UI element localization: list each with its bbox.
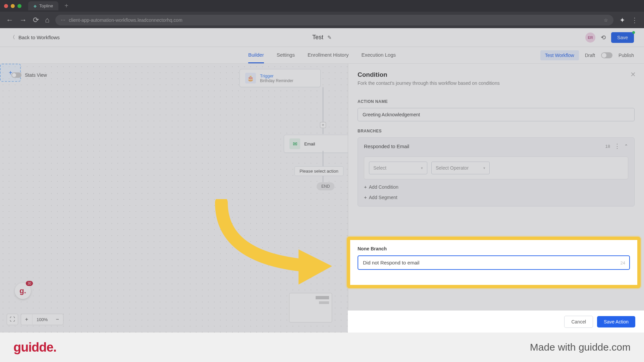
publish-toggle[interactable] — [601, 52, 612, 58]
back-label: Back to Workflows — [18, 35, 60, 40]
back-to-workflows-link[interactable]: 〈 Back to Workflows — [10, 34, 60, 41]
trigger-node[interactable]: 🎂 Trigger Birthday Reminder — [239, 69, 321, 87]
email-icon: ✉ — [289, 138, 300, 149]
workflow-title-wrap: Test ✎ — [312, 34, 332, 41]
action-name-label: ACTION NAME — [358, 99, 635, 104]
operator-select[interactable]: Select Operator ▾ — [431, 162, 490, 174]
panel-description: Fork the contact's journey through this … — [358, 80, 635, 86]
branches-label: BRANCHES — [358, 129, 635, 133]
traffic-lights — [4, 4, 21, 8]
tab-enrollment-history[interactable]: Enrollment History — [308, 47, 349, 63]
tab-favicon-icon: ◆ — [34, 4, 37, 8]
tab-execution-logs[interactable]: Execution Logs — [361, 47, 396, 63]
zoom-in-button[interactable]: + — [21, 314, 33, 325]
maximize-window-icon[interactable] — [17, 4, 21, 8]
add-segment-link[interactable]: + Add Segment — [364, 194, 628, 200]
add-condition-link[interactable]: + Add Condition — [364, 184, 628, 190]
save-button[interactable]: Save — [611, 32, 634, 43]
extensions-icon[interactable]: ✦ — [620, 16, 625, 24]
branch-menu-icon[interactable]: ⋮ — [614, 142, 620, 150]
branch-name[interactable]: Responded to Email — [364, 143, 601, 149]
condition-row: Select ▾ Select Operator ▾ — [364, 157, 628, 179]
close-panel-icon[interactable]: ✕ — [630, 70, 636, 78]
branch-char-count: 18 — [605, 144, 610, 149]
guidde-logo: guidde. — [13, 340, 56, 355]
reload-icon[interactable]: ⟳ — [33, 16, 39, 24]
chevron-down-icon: ▾ — [483, 166, 485, 170]
made-with-label: Made with guidde.com — [530, 342, 631, 353]
bookmark-star-icon[interactable]: ☆ — [604, 17, 608, 23]
tab-settings[interactable]: Settings — [277, 47, 295, 63]
collapse-branch-icon[interactable]: ⌃ — [624, 143, 628, 149]
back-icon[interactable]: ← — [6, 16, 13, 24]
avatar[interactable]: ER — [585, 33, 595, 43]
stats-label: Stats View — [25, 72, 47, 78]
history-icon[interactable]: ⟲ — [601, 34, 606, 41]
email-label: Email — [304, 141, 315, 146]
action-name-input[interactable] — [358, 108, 635, 121]
save-action-button[interactable]: Save Action — [597, 316, 635, 327]
home-icon[interactable]: ⌂ — [45, 16, 49, 24]
test-workflow-button[interactable]: Test Workflow — [540, 50, 579, 60]
guidde-footer: guidde. Made with guidde.com — [0, 333, 644, 362]
tabs-bar: Builder Settings Enrollment History Exec… — [0, 47, 644, 64]
site-lock-icon: ⋯ — [61, 17, 65, 23]
plus-icon: + — [364, 184, 367, 190]
select-action-prompt[interactable]: Please select action — [294, 166, 343, 176]
zoom-out-button[interactable]: − — [52, 314, 63, 325]
browser-tab-bar: ◆ Topline + — [0, 0, 644, 12]
app-header: 〈 Back to Workflows Test ✎ ER ⟲ Save — [0, 28, 644, 47]
branch-card: Responded to Email 18 ⋮ ⌃ Select ▾ Selec… — [358, 137, 635, 206]
trigger-subtitle: Birthday Reminder — [260, 78, 293, 83]
plus-icon: + — [364, 194, 367, 200]
zoom-percent: 100% — [33, 317, 52, 322]
end-node: END — [317, 182, 334, 190]
trigger-icon: 🎂 — [245, 73, 256, 83]
none-branch-label: None Branch — [358, 246, 630, 251]
fullscreen-icon[interactable]: ⛶ — [7, 314, 18, 325]
tab-title: Topline — [39, 3, 53, 8]
url-bar[interactable]: ⋯ client-app-automation-workflows.leadco… — [55, 15, 613, 25]
edit-title-icon[interactable]: ✎ — [327, 35, 332, 41]
workflow-title: Test — [312, 34, 323, 41]
chevron-down-icon: ▾ — [421, 166, 423, 170]
add-step-button[interactable]: + — [320, 122, 326, 128]
browser-tab[interactable]: ◆ Topline — [28, 1, 58, 10]
cancel-button[interactable]: Cancel — [564, 316, 593, 328]
publish-label: Publish — [619, 53, 634, 58]
none-branch-input[interactable] — [358, 255, 630, 270]
close-window-icon[interactable] — [4, 4, 8, 8]
stats-switch[interactable] — [11, 72, 21, 78]
none-branch-char-count: 24 — [621, 260, 625, 265]
minimize-window-icon[interactable] — [11, 4, 15, 8]
panel-title: Condition — [358, 71, 635, 78]
guidde-badge-icon[interactable]: g. — [15, 283, 31, 299]
condition-panel: Condition Fork the contact's journey thr… — [348, 64, 644, 333]
url-text: client-app-automation-workflows.leadconn… — [69, 17, 182, 23]
field-select[interactable]: Select ▾ — [369, 162, 427, 174]
draft-label: Draft — [585, 53, 595, 58]
none-branch-highlight: None Branch 24 — [347, 237, 641, 288]
browser-menu-icon[interactable]: ⋮ — [631, 16, 638, 24]
stats-view-toggle[interactable]: Stats View — [11, 72, 47, 78]
trigger-title: Trigger — [260, 73, 293, 78]
panel-footer: Cancel Save Action — [348, 310, 644, 333]
forward-icon[interactable]: → — [19, 16, 27, 24]
tab-builder[interactable]: Builder — [248, 47, 264, 63]
chevron-left-icon: 〈 — [10, 34, 15, 41]
new-tab-button[interactable]: + — [64, 2, 68, 10]
minimap[interactable] — [289, 293, 332, 322]
browser-toolbar: ← → ⟳ ⌂ ⋯ client-app-automation-workflow… — [0, 12, 644, 28]
